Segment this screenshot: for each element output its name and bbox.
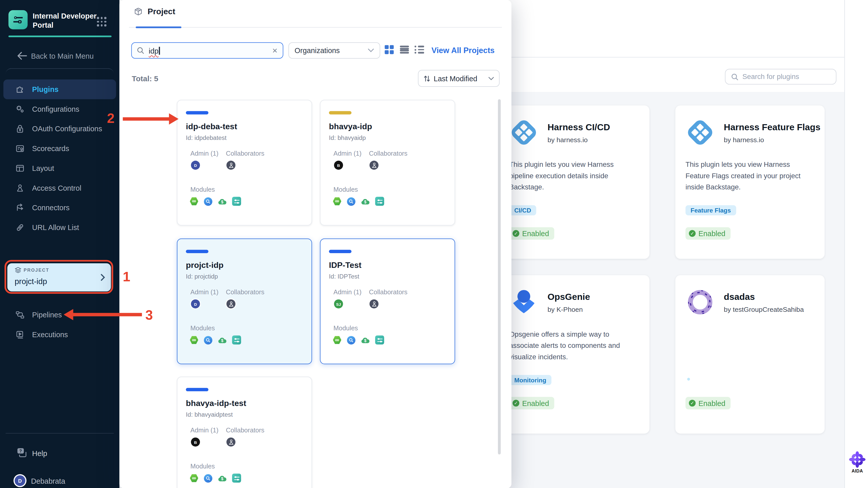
collaborator-avatar[interactable] <box>370 161 379 170</box>
plugin-card-dsadas[interactable]: dsadas by testGroupCreateSahiba ✓ Enable… <box>675 275 825 434</box>
sidebar-item-layout[interactable]: Layout <box>0 159 120 178</box>
help-button[interactable]: ? Help <box>0 446 120 462</box>
brand-accent-bar <box>8 35 111 37</box>
app-title: Internal Developer Portal <box>33 12 97 30</box>
search-plugins-input[interactable]: Search for plugins <box>725 69 837 85</box>
project-card-idp-deba-test[interactable]: idp-deba-test Id: idpdebatest Admin (1) … <box>177 100 312 226</box>
sidebar-item-oauth-configurations[interactable]: OAuth Configurations <box>0 119 120 139</box>
grid-view-toggle-icon[interactable] <box>385 45 394 54</box>
person-icon <box>371 163 376 168</box>
text-cursor <box>159 47 160 55</box>
project-color-bar <box>186 250 209 253</box>
plugin-author: by K-Phoen <box>547 306 583 314</box>
project-id: Id: IDPTest <box>329 273 359 280</box>
project-picker-modal: Project idp ✕ Organizations View All Pro… <box>120 0 512 488</box>
svg-text:$: $ <box>221 200 223 204</box>
plugin-card-opsgenie[interactable]: OpsGenie by K-Phoen Opsgenie offers a si… <box>499 275 649 434</box>
view-all-projects-link[interactable]: View All Projects <box>431 46 495 55</box>
plugin-status-badge: ✓ Enabled <box>509 227 554 240</box>
collaborator-avatar[interactable] <box>370 299 379 309</box>
project-card-bhavya-idp[interactable]: bhavya-idp Id: bhavyaidp Admin (1) Colla… <box>320 100 455 226</box>
project-card-bhavya-idp-test[interactable]: bhavya-idp-test Id: bhavyaidptest Admin … <box>177 376 312 488</box>
cube-icon <box>134 7 143 16</box>
arrow-left-icon <box>17 51 27 60</box>
sidebar-item-executions[interactable]: Executions <box>0 325 120 343</box>
project-card-idp-test[interactable]: IDP-Test Id: IDPTest Admin (1) Collabora… <box>320 238 455 364</box>
svg-text:$: $ <box>364 200 367 204</box>
annotation-label-2: 2 <box>107 110 115 126</box>
back-to-main-menu[interactable]: Back to Main Menu <box>0 50 120 63</box>
module-srm-icon <box>204 474 212 482</box>
total-count: Total: 5 <box>132 75 158 83</box>
project-name: bhavya-idp <box>329 122 372 131</box>
plugin-card-harness-cicd[interactable]: Harness CI/CD by harness.io This plugin … <box>499 105 649 259</box>
sidebar-item-access-control[interactable]: Access Control <box>0 178 120 198</box>
collaborators-label: Collaborators <box>226 150 264 157</box>
plugin-status-badge: ✓ Enabled <box>509 397 554 409</box>
project-name: IDP-Test <box>329 260 362 270</box>
admin-avatar[interactable]: SJ <box>334 299 343 309</box>
module-icons: ∞ $ <box>190 473 241 483</box>
user-avatar: D <box>15 475 25 486</box>
module-ccm-icon: $ <box>361 197 369 205</box>
plugin-author: by harness.io <box>547 136 587 144</box>
sidebar-item-scorecards[interactable]: Scorecards <box>0 139 120 159</box>
sort-dropdown[interactable]: Last Modified <box>418 70 500 87</box>
admin-avatar[interactable]: D <box>191 161 200 170</box>
check-icon: ✓ <box>513 400 520 406</box>
admin-label: Admin (1) <box>334 289 362 295</box>
module-idp-icon <box>232 336 241 345</box>
module-idp-icon <box>375 336 384 345</box>
collaborator-avatar[interactable] <box>226 299 236 309</box>
project-color-bar <box>186 111 209 114</box>
module-idp-icon <box>232 473 241 483</box>
modal-scrollbar[interactable] <box>498 99 501 455</box>
plugin-author: by testGroupCreateSahiba <box>724 306 804 314</box>
list-view-toggle-icon[interactable] <box>400 45 409 54</box>
sidebar-lower-nav: Pipelines Executions <box>0 306 120 344</box>
detailed-list-view-toggle-icon[interactable] <box>414 45 424 54</box>
pipelines-icon <box>15 310 25 319</box>
clear-search-icon[interactable]: ✕ <box>272 47 278 54</box>
tab-project-label: Project <box>148 7 175 16</box>
project-card-projct-idp[interactable]: projct-idp Id: projctidp Admin (1) Colla… <box>177 238 312 364</box>
harness-logo-icon <box>685 118 715 147</box>
admin-label: Admin (1) <box>190 427 219 434</box>
sidebar-item-plugins[interactable]: Plugins <box>3 80 116 99</box>
collaborator-avatar[interactable] <box>226 437 236 447</box>
user-menu[interactable]: D Debabrata <box>0 473 120 488</box>
tab-project[interactable]: Project <box>134 7 175 16</box>
person-icon <box>228 301 234 307</box>
dsadas-logo-icon <box>685 288 715 317</box>
search-value: idp <box>149 47 158 55</box>
search-icon <box>137 47 144 54</box>
app-switcher-icon[interactable] <box>97 17 106 27</box>
project-name: idp-deba-test <box>186 122 237 131</box>
aida-button[interactable]: AIDA <box>848 451 866 473</box>
aida-icon <box>849 451 866 468</box>
admin-avatar[interactable]: B <box>191 437 200 447</box>
sidebar-item-connectors[interactable]: Connectors <box>0 198 120 218</box>
module-srm-icon <box>204 336 212 344</box>
organizations-dropdown[interactable]: Organizations <box>288 42 380 59</box>
admin-avatar[interactable]: B <box>334 161 343 170</box>
module-icons: ∞ $ <box>190 197 241 206</box>
plugin-tag-dot <box>687 378 690 381</box>
sidebar-nav: Plugins Configurations OAuth Configurati… <box>0 80 120 237</box>
sidebar: Internal Developer Portal Back to Main M… <box>0 0 120 488</box>
plugin-title: Harness Feature Flags <box>724 122 820 133</box>
admin-avatar[interactable]: D <box>191 299 200 309</box>
sort-arrows-icon <box>424 75 430 82</box>
annotation-arrow-3-tail <box>72 313 142 316</box>
scorecard-icon <box>15 144 25 153</box>
project-name: bhavya-idp-test <box>186 399 246 408</box>
module-ci-icon: ∞ <box>333 336 341 344</box>
sidebar-item-configurations[interactable]: Configurations <box>0 99 120 119</box>
sidebar-item-url-allow-list[interactable]: URL Allow List <box>0 218 120 237</box>
project-search-input[interactable]: idp ✕ <box>131 42 283 59</box>
project-id: Id: bhavyaidp <box>329 134 366 141</box>
plugin-card-harness-feature-flags[interactable]: Harness Feature Flags by harness.io This… <box>675 105 825 259</box>
collaborator-avatar[interactable] <box>226 161 236 170</box>
plugin-status-badge: ✓ Enabled <box>685 397 730 409</box>
person-icon <box>228 439 234 445</box>
